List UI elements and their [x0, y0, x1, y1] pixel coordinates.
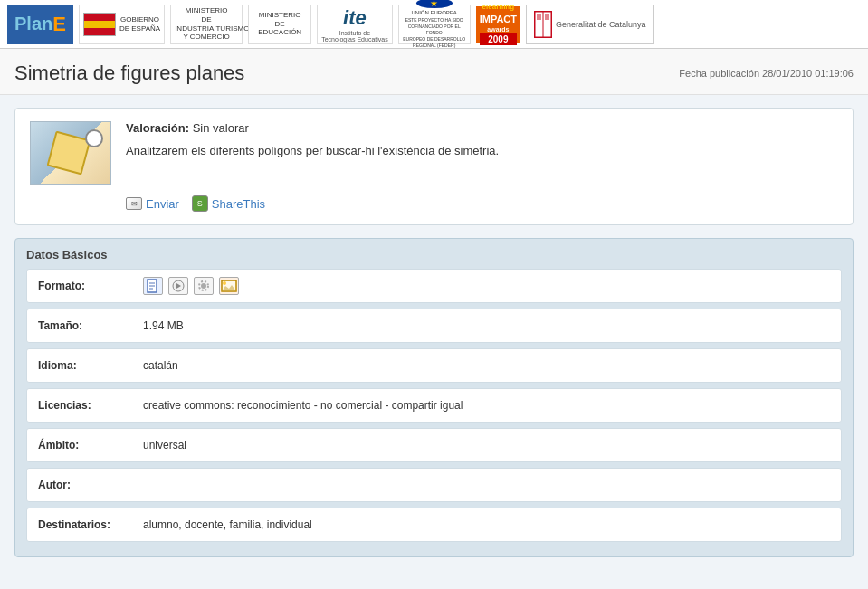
thumbnail-image	[31, 122, 110, 184]
tamano-row: Tamaño: 1.94 MB	[26, 309, 842, 343]
autor-row: Autor:	[26, 468, 842, 502]
format-icons	[143, 277, 239, 295]
generalitat-logo: Generalitat de Catalunya	[526, 5, 654, 44]
img-format-icon	[219, 277, 239, 295]
sharethis-icon: S	[192, 195, 208, 212]
idioma-value: catalán	[143, 359, 830, 372]
ministerio-turismo-label: MINISTERIODE INDUSTRIA,TURISMOY COMERCIO	[175, 6, 238, 41]
content-card: Valoración: Sin valorar Analitzarem els …	[14, 108, 854, 225]
destinatarios-label: Destinatarios:	[38, 518, 129, 531]
svg-point-10	[201, 283, 206, 289]
email-icon: ✉	[126, 197, 142, 210]
card-actions: ✉ Enviar S ShareThis	[30, 195, 838, 212]
card-top: Valoración: Sin valorar Analitzarem els …	[30, 121, 838, 185]
datos-section: Datos Básicos Formato: Tamaño:	[14, 238, 854, 557]
generalitat-icon	[534, 11, 552, 38]
pub-date-label: Fecha publicación	[679, 68, 759, 79]
svg-rect-2	[537, 14, 541, 20]
ambito-label: Ámbito:	[38, 439, 129, 451]
ministerio-educacion-label: MINISTERIODE EDUCACIÓN	[253, 11, 307, 37]
eu-circle-icon: ★	[416, 0, 453, 8]
formato-label: Formato:	[38, 280, 129, 292]
ministerio-turismo-logo: MINISTERIODE INDUSTRIA,TURISMOY COMERCIO	[170, 5, 243, 44]
ambito-value: universal	[143, 439, 830, 451]
valoracion-label: Valoración:	[126, 121, 189, 135]
licencias-value: creative commons: reconocimiento - no co…	[143, 399, 830, 412]
destinatarios-value: alumno, docente, familia, individual	[143, 518, 830, 531]
ite-logo: ite Instituto deTecnologías Educativas	[317, 5, 393, 44]
pub-date: Fecha publicación 28/01/2010 01:19:06	[679, 68, 854, 79]
idioma-row: Idioma: catalán	[26, 348, 842, 383]
awards-logo: elearning IMPACT awards 2009	[476, 6, 520, 43]
send-link[interactable]: ✉ Enviar	[126, 197, 179, 211]
page-title: Simetria de figures planes	[14, 62, 244, 85]
thumb-circle-icon	[85, 129, 103, 147]
main-content: Valoración: Sin valorar Analitzarem els …	[0, 95, 868, 589]
gear-format-icon	[194, 277, 214, 295]
card-info: Valoración: Sin valorar Analitzarem els …	[126, 121, 838, 160]
svg-rect-3	[545, 14, 549, 20]
autor-label: Autor:	[38, 479, 129, 491]
licencias-row: Licencias: creative commons: reconocimie…	[26, 388, 842, 423]
destinatarios-row: Destinatarios: alumno, docente, familia,…	[26, 508, 842, 542]
header-bar: PlanE GOBIERNODE ESPAÑA MINISTERIODE IND…	[0, 0, 868, 49]
content-thumbnail	[30, 121, 111, 185]
page-title-bar: Simetria de figures planes Fecha publica…	[0, 49, 868, 95]
doc-format-icon	[143, 277, 163, 295]
spain-label: GOBIERNODE ESPAÑA	[119, 15, 160, 33]
licencias-label: Licencias:	[38, 399, 129, 412]
spain-logo: GOBIERNODE ESPAÑA	[79, 5, 165, 44]
generalitat-label: Generalitat de Catalunya	[556, 20, 646, 29]
ministerio-educacion-logo: MINISTERIODE EDUCACIÓN	[248, 5, 311, 44]
sharethis-label: ShareThis	[212, 197, 265, 211]
formato-row: Formato:	[26, 269, 842, 303]
pub-date-value: 28/01/2010 01:19:06	[762, 68, 854, 79]
tamano-value: 1.94 MB	[143, 319, 830, 332]
ite-icon: ite	[343, 6, 367, 30]
datos-title: Datos Básicos	[26, 248, 842, 261]
svg-point-14	[223, 281, 226, 285]
ite-label: Instituto deTecnologías Educativas	[321, 30, 388, 43]
valoracion-value: Sin valorar	[193, 121, 249, 135]
eu-label: UNIÓN EUROPEAESTE PROYECTO HA SIDOCOFINA…	[403, 10, 466, 49]
awards-label: elearning IMPACT awards 2009	[480, 3, 517, 45]
spain-flag-icon	[83, 13, 116, 36]
eu-logo: ★ UNIÓN EUROPEAESTE PROYECTO HA SIDOCOFI…	[398, 5, 471, 44]
valoracion-row: Valoración: Sin valorar	[126, 121, 838, 135]
plane-logo: PlanE	[7, 5, 73, 44]
audio-format-icon	[168, 277, 188, 295]
tamano-label: Tamaño:	[38, 319, 129, 332]
idioma-label: Idioma:	[38, 359, 129, 372]
sharethis-link[interactable]: S ShareThis	[192, 195, 265, 212]
send-label: Enviar	[146, 197, 179, 211]
content-description: Analitzarem els diferents polígons per b…	[126, 142, 838, 160]
ambito-row: Ámbito: universal	[26, 428, 842, 462]
